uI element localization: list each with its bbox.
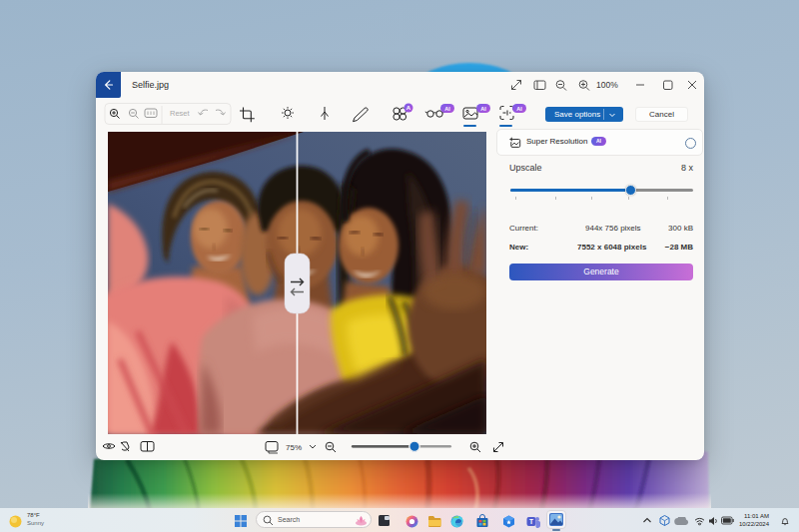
svg-text:AI: AI [480, 106, 486, 112]
svg-text:T: T [529, 518, 533, 525]
svg-text:75%: 75% [286, 443, 302, 452]
svg-text:AI: AI [516, 106, 522, 112]
svg-text:AI: AI [444, 106, 450, 112]
svg-text:A: A [406, 105, 411, 111]
svg-text:Reset: Reset [170, 109, 191, 118]
